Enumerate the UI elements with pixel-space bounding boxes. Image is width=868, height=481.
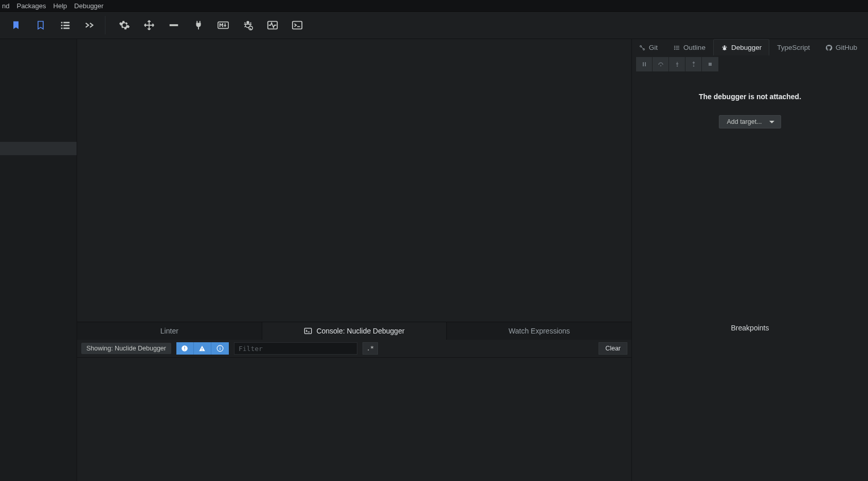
bug-icon[interactable]	[242, 20, 254, 31]
svg-point-29	[674, 49, 675, 50]
menu-item-help[interactable]: Help	[53, 2, 67, 10]
svg-rect-16	[185, 347, 185, 349]
svg-rect-33	[643, 62, 644, 66]
editor-area[interactable]	[77, 39, 631, 322]
svg-rect-6	[170, 24, 178, 26]
svg-point-35	[660, 65, 661, 66]
log-level-filter-group	[176, 342, 229, 355]
right-panel-tabs: Git Outline Debugger TypeScript	[632, 39, 868, 55]
svg-point-37	[693, 65, 694, 67]
menu-item-debugger[interactable]: Debugger	[74, 2, 103, 10]
tab-git[interactable]: Git	[631, 39, 665, 55]
regex-toggle-button[interactable]: .*	[363, 342, 378, 355]
markdown-icon[interactable]	[218, 20, 229, 31]
workspace: Linter Console: Nuclide Debugger Watch E…	[0, 39, 868, 481]
prompt-icon[interactable]	[84, 20, 96, 31]
console-toolbar: Showing: Nuclide Debugger .* Clear	[77, 340, 631, 357]
add-target-label: Add target...	[727, 118, 762, 125]
github-icon	[825, 44, 833, 51]
svg-rect-19	[202, 350, 203, 350]
tab-outline[interactable]: Outline	[665, 39, 713, 55]
svg-rect-22	[220, 347, 220, 347]
tab-label: GitHub	[836, 44, 857, 51]
menu-item-packages[interactable]: Packages	[16, 2, 46, 10]
tab-label: Console: Nuclide Debugger	[316, 327, 404, 335]
svg-rect-11	[293, 22, 302, 29]
toolbar-group-2	[119, 16, 312, 34]
chevron-down-icon	[769, 121, 774, 123]
tab-console[interactable]: Console: Nuclide Debugger	[262, 322, 447, 340]
svg-rect-0	[61, 22, 63, 24]
svg-point-8	[246, 21, 249, 24]
svg-rect-18	[202, 348, 203, 349]
tab-label: Watch Expressions	[509, 327, 570, 335]
console-filter-input[interactable]	[234, 342, 357, 355]
level-error-button[interactable]	[176, 342, 194, 355]
tab-label: Linter	[160, 327, 178, 335]
file-tree-panel	[0, 39, 77, 481]
level-warning-button[interactable]	[194, 342, 211, 355]
svg-rect-2	[61, 25, 63, 26]
terminal-icon[interactable]	[292, 20, 303, 31]
tab-debugger[interactable]: Debugger	[713, 39, 769, 55]
svg-rect-34	[645, 62, 646, 66]
console-icon	[304, 327, 312, 335]
bottom-panel: Linter Console: Nuclide Debugger Watch E…	[77, 322, 631, 481]
tab-github[interactable]: GitHub	[818, 39, 865, 55]
pulse-icon[interactable]	[267, 20, 278, 31]
gear-icon[interactable]	[119, 20, 130, 31]
level-info-button[interactable]	[211, 342, 229, 355]
svg-point-27	[674, 47, 675, 48]
svg-rect-28	[676, 47, 679, 48]
svg-rect-21	[220, 348, 220, 350]
svg-point-32	[723, 47, 726, 50]
center-column: Linter Console: Nuclide Debugger Watch E…	[77, 39, 631, 481]
console-source-badge[interactable]: Showing: Nuclide Debugger	[81, 343, 171, 354]
menu-bar: nd Packages Help Debugger	[0, 0, 868, 11]
svg-rect-13	[305, 328, 312, 334]
tab-typescript[interactable]: TypeScript	[769, 39, 818, 55]
breakpoints-header: Breakpoints	[632, 324, 868, 332]
svg-point-25	[674, 46, 675, 47]
git-icon	[639, 44, 646, 51]
move-icon[interactable]	[143, 20, 155, 31]
tab-linter[interactable]: Linter	[77, 322, 262, 340]
file-tree-empty-area	[0, 155, 77, 481]
tab-label: Git	[649, 44, 658, 51]
file-tree-selected-row[interactable]	[0, 142, 77, 155]
svg-rect-3	[63, 25, 69, 26]
tab-label: Outline	[683, 44, 706, 51]
tab-label: TypeScript	[777, 44, 810, 51]
step-over-button[interactable]	[653, 57, 669, 71]
add-target-row: Add target...	[632, 115, 868, 128]
svg-rect-17	[185, 349, 185, 350]
bookmark-outline-icon[interactable]	[35, 20, 46, 31]
svg-rect-30	[676, 49, 679, 49]
file-tree-empty-area	[0, 39, 77, 142]
main-toolbar	[0, 11, 868, 39]
step-out-button[interactable]	[685, 57, 702, 71]
pause-button[interactable]	[636, 57, 653, 71]
debugger-controls	[632, 55, 868, 73]
svg-rect-5	[63, 28, 69, 29]
svg-rect-38	[709, 63, 712, 66]
svg-rect-26	[676, 46, 679, 46]
step-into-button[interactable]	[669, 57, 685, 71]
indent-icon[interactable]	[60, 20, 71, 31]
debugger-status-message: The debugger is not attached.	[632, 92, 868, 101]
add-target-button[interactable]: Add target...	[719, 115, 781, 128]
console-output-area[interactable]	[77, 357, 631, 481]
bottom-panel-tabs: Linter Console: Nuclide Debugger Watch E…	[77, 322, 631, 340]
plug-icon[interactable]	[193, 20, 204, 31]
menu-item[interactable]: nd	[2, 2, 9, 10]
tab-watch-expressions[interactable]: Watch Expressions	[447, 322, 631, 340]
stop-button[interactable]	[702, 57, 718, 71]
right-panel: Git Outline Debugger TypeScript	[631, 39, 868, 481]
toolbar-group-1	[10, 16, 105, 34]
clear-console-button[interactable]: Clear	[599, 342, 627, 355]
horizontal-rule-icon[interactable]	[168, 20, 179, 31]
list-icon	[673, 44, 680, 51]
bookmark-filled-icon[interactable]	[10, 20, 22, 31]
tab-label: Debugger	[731, 44, 762, 51]
svg-point-36	[676, 65, 678, 67]
